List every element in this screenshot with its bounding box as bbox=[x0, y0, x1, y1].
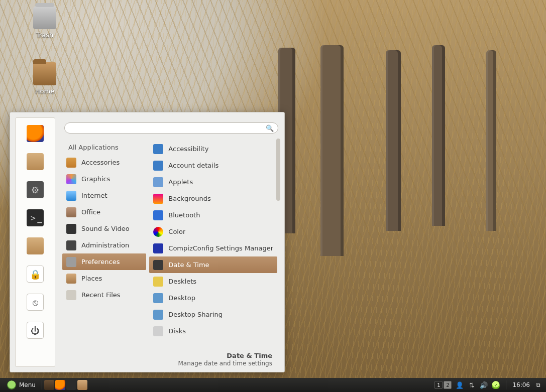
lock-screen-button[interactable]: 🔒 bbox=[27, 266, 44, 283]
app-item-color[interactable]: Color bbox=[149, 223, 277, 240]
taskbar-panel: Menu 1 2 👤 ⇅ 🔊 16:06 ⧉ bbox=[0, 378, 546, 392]
app-label: Account details bbox=[168, 162, 219, 169]
wallpaper-decor bbox=[432, 45, 445, 226]
datetime-icon bbox=[153, 260, 163, 270]
favorite-settings[interactable]: ⚙ bbox=[27, 181, 44, 198]
app-label: Color bbox=[168, 228, 185, 235]
menu-search-input[interactable] bbox=[64, 122, 278, 134]
user-applet-icon[interactable]: 👤 bbox=[456, 381, 464, 389]
menu-button[interactable]: Menu bbox=[3, 378, 40, 392]
desktop-icon-home[interactable]: Home bbox=[22, 62, 67, 95]
category-label: Sound & Video bbox=[81, 225, 130, 232]
category-label: Places bbox=[81, 275, 102, 282]
category-item-prefs[interactable]: Preferences bbox=[62, 253, 146, 270]
office-icon bbox=[66, 207, 76, 217]
workspace-switcher: 1 2 bbox=[434, 381, 452, 389]
files-launcher[interactable] bbox=[77, 380, 87, 390]
a11y-icon bbox=[153, 144, 163, 154]
category-item-graphics[interactable]: Graphics bbox=[62, 171, 146, 187]
app-item-ccsm[interactable]: CompizConfig Settings Manager bbox=[149, 240, 277, 256]
menu-footer: Date & Time Manage date and time setting… bbox=[62, 350, 277, 369]
desklets-icon bbox=[153, 277, 163, 287]
footer-desc: Manage date and time settings bbox=[62, 360, 272, 368]
power-button[interactable]: ⏻ bbox=[27, 322, 44, 339]
logout-icon: ⎋ bbox=[33, 297, 38, 308]
color-icon bbox=[153, 227, 163, 237]
desktop-icon-label: Home bbox=[22, 87, 67, 95]
show-desktop-launcher[interactable] bbox=[44, 380, 54, 390]
category-label: Preferences bbox=[81, 258, 120, 266]
app-item-share[interactable]: Desktop Sharing bbox=[149, 306, 277, 323]
workspace-2[interactable]: 2 bbox=[444, 381, 452, 389]
app-label: Desktop bbox=[168, 294, 195, 302]
search-button[interactable]: 🔍 bbox=[264, 123, 275, 133]
home-folder-icon bbox=[33, 62, 56, 85]
logout-button[interactable]: ⎋ bbox=[27, 294, 44, 311]
bg-icon bbox=[153, 194, 163, 204]
clock-applet[interactable]: 16:06 bbox=[512, 381, 530, 388]
gear-icon: ⚙ bbox=[31, 185, 39, 195]
category-label: Accessories bbox=[81, 159, 120, 166]
panel-separator bbox=[506, 380, 506, 389]
accessories-icon bbox=[66, 158, 76, 168]
applets-icon bbox=[153, 177, 163, 187]
app-item-datetime[interactable]: Date & Time bbox=[149, 256, 277, 273]
mint-logo-icon bbox=[7, 380, 16, 389]
tray-expand-icon[interactable]: ⧉ bbox=[534, 381, 542, 389]
wallpaper-decor bbox=[486, 50, 496, 231]
share-icon bbox=[153, 310, 163, 320]
category-item-admin[interactable]: Administration bbox=[62, 237, 146, 253]
category-item-internet[interactable]: Internet bbox=[62, 187, 146, 204]
app-label: Disks bbox=[168, 327, 186, 335]
app-item-acct[interactable]: Account details bbox=[149, 157, 277, 174]
favorites-column: ⚙ ＞_ 🔒 ⎋ ⏻ bbox=[15, 117, 55, 367]
volume-applet-icon[interactable]: 🔊 bbox=[480, 381, 488, 389]
app-label: Desktop Sharing bbox=[168, 311, 223, 318]
acct-icon bbox=[153, 161, 163, 171]
app-item-bt[interactable]: Bluetooth bbox=[149, 207, 277, 223]
desktop-icon-trash[interactable]: Trash bbox=[22, 6, 67, 39]
app-item-desklets[interactable]: Desklets bbox=[149, 273, 277, 290]
category-label: Recent Files bbox=[81, 291, 121, 299]
disks-icon bbox=[153, 326, 163, 336]
terminal-icon: ＞_ bbox=[29, 212, 42, 224]
favorite-files[interactable] bbox=[27, 237, 44, 254]
desktop-icon bbox=[153, 293, 163, 303]
prefs-icon bbox=[66, 257, 76, 267]
app-label: Bluetooth bbox=[168, 211, 200, 219]
app-label: Date & Time bbox=[168, 261, 209, 269]
category-item-places[interactable]: Places bbox=[62, 270, 146, 287]
network-applet-icon[interactable]: ⇅ bbox=[468, 381, 476, 389]
app-item-applets[interactable]: Applets bbox=[149, 174, 277, 190]
admin-icon bbox=[66, 240, 76, 250]
category-label: Administration bbox=[81, 241, 129, 249]
app-item-bg[interactable]: Backgrounds bbox=[149, 190, 277, 207]
power-icon: ⏻ bbox=[31, 325, 40, 336]
app-label: CompizConfig Settings Manager bbox=[168, 244, 273, 252]
bt-icon bbox=[153, 210, 163, 220]
workspace-1[interactable]: 1 bbox=[434, 381, 443, 389]
search-icon: 🔍 bbox=[266, 124, 274, 132]
sound-icon bbox=[66, 224, 76, 234]
graphics-icon bbox=[66, 174, 76, 184]
favorite-software[interactable] bbox=[27, 153, 44, 170]
terminal-launcher[interactable] bbox=[66, 380, 76, 390]
category-label: Internet bbox=[81, 192, 107, 199]
firefox-launcher[interactable] bbox=[55, 380, 65, 390]
category-item-recent[interactable]: Recent Files bbox=[62, 287, 146, 303]
app-item-disks[interactable]: Disks bbox=[149, 323, 277, 339]
category-item-office[interactable]: Office bbox=[62, 204, 146, 220]
category-item-sound[interactable]: Sound & Video bbox=[62, 220, 146, 237]
all-applications-item[interactable]: All Applications bbox=[62, 141, 146, 154]
update-shield-icon[interactable] bbox=[492, 381, 500, 389]
app-label: Accessibility bbox=[168, 145, 208, 153]
menu-scrollbar[interactable] bbox=[276, 139, 280, 201]
favorite-firefox[interactable] bbox=[27, 125, 44, 142]
favorite-terminal[interactable]: ＞_ bbox=[27, 209, 44, 226]
app-item-desktop[interactable]: Desktop bbox=[149, 290, 277, 306]
system-tray: 1 2 👤 ⇅ 🔊 16:06 ⧉ bbox=[434, 380, 543, 389]
category-item-accessories[interactable]: Accessories bbox=[62, 154, 146, 171]
app-item-a11y[interactable]: Accessibility bbox=[149, 141, 277, 157]
search-row: 🔍 bbox=[64, 122, 275, 134]
app-label: Applets bbox=[168, 178, 193, 186]
